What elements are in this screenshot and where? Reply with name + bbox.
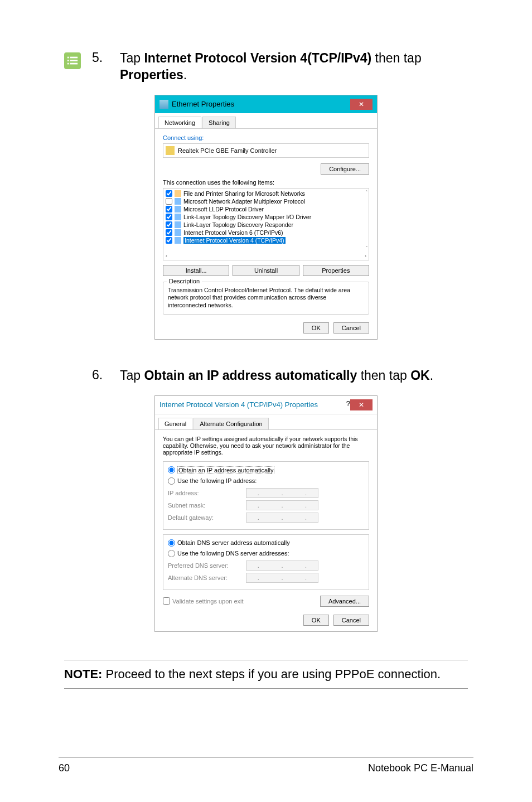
svg-rect-5 [70, 63, 78, 65]
list-item[interactable]: Link-Layer Topology Discovery Responder [165, 221, 367, 229]
svg-rect-1 [70, 57, 78, 59]
step5-mid: then tap [371, 51, 422, 65]
chevron-left-icon: ‹ [166, 253, 167, 259]
note-section: NOTE: Proceed to the next steps if you a… [64, 660, 468, 689]
adapter-icon [166, 146, 175, 155]
list-item-selected[interactable]: Internet Protocol Version 4 (TCP/IPv4) [165, 236, 367, 244]
list-item[interactable]: Link-Layer Topology Discovery Mapper I/O… [165, 213, 367, 221]
obtain-ip-label: Obtain an IP address automatically [177, 466, 274, 474]
conn-uses-label: This connection uses the following items… [163, 179, 369, 186]
item-checkbox[interactable] [166, 214, 172, 220]
help-button[interactable]: ? [346, 399, 350, 410]
item-label: Link-Layer Topology Discovery Responder [183, 221, 293, 228]
dialog2-title: Internet Protocol Version 4 (TCP/IPv4) P… [159, 400, 318, 409]
dialog2-titlebar: Internet Protocol Version 4 (TCP/IPv4) P… [155, 396, 377, 414]
item-label: Internet Protocol Version 6 (TCP/IPv6) [183, 229, 283, 236]
step6-bold1: Obtain an IP address automatically [144, 368, 357, 383]
list-item[interactable]: Internet Protocol Version 6 (TCP/IPv6) [165, 229, 367, 236]
list-item[interactable]: Microsoft LLDP Protocol Driver [165, 205, 367, 213]
item-checkbox[interactable] [166, 221, 172, 228]
dialog1-titlebar: Ethernet Properties ✕ [155, 95, 377, 113]
tab-general[interactable]: General [158, 418, 192, 429]
pref-dns-row: Preferred DNS server: ... [168, 561, 364, 571]
validate-checkbox[interactable] [163, 597, 170, 605]
close-button[interactable]: ✕ [350, 399, 373, 410]
ip-radio-group: Obtain an IP address automatically Use t… [163, 461, 369, 530]
dialog1-title: Ethernet Properties [172, 100, 234, 108]
obtain-dns-label: Obtain DNS server address automatically [177, 539, 290, 546]
item-checkbox[interactable] [166, 198, 172, 205]
cancel-button[interactable]: Cancel [333, 322, 369, 334]
list-item[interactable]: Microsoft Network Adapter Multiplexor Pr… [165, 197, 367, 205]
obtain-ip-radio[interactable] [168, 466, 175, 474]
svg-rect-2 [67, 60, 69, 61]
item-label: File and Printer Sharing for Microsoft N… [183, 190, 305, 197]
note-label: NOTE: [64, 667, 102, 681]
obtain-ip-radio-row[interactable]: Obtain an IP address automatically [168, 466, 364, 474]
close-icon: ✕ [359, 100, 364, 108]
info-text: You can get IP settings assigned automat… [163, 436, 369, 456]
pref-dns-input: ... [246, 561, 318, 571]
description-group: Description Transmission Control Protoco… [163, 282, 369, 315]
subnet-input: ... [246, 500, 318, 510]
item-checkbox[interactable] [166, 206, 172, 212]
uninstall-button[interactable]: Uninstall [233, 265, 299, 276]
list-item[interactable]: File and Printer Sharing for Microsoft N… [165, 190, 367, 197]
tab-sharing[interactable]: Sharing [202, 117, 236, 128]
tab-alternate[interactable]: Alternate Configuration [194, 418, 269, 429]
item-checkbox[interactable] [166, 229, 172, 236]
v-scroll-arrows[interactable]: ˆˇ [366, 190, 367, 251]
gateway-row: Default gateway: ... [168, 513, 364, 523]
ok-button[interactable]: OK [303, 615, 329, 626]
items-list[interactable]: File and Printer Sharing for Microsoft N… [163, 188, 369, 260]
device-box: Realtek PCIe GBE Family Controller [163, 143, 369, 158]
use-ip-radio-row[interactable]: Use the following IP address: [168, 477, 364, 485]
connect-using-label: Connect using: [163, 134, 369, 141]
step6-bold2: OK [410, 368, 430, 383]
ok-button[interactable]: OK [303, 322, 329, 334]
step-6-text: Tap Obtain an IP address automatically t… [120, 368, 433, 384]
cancel-button[interactable]: Cancel [333, 615, 369, 626]
obtain-dns-radio-row[interactable]: Obtain DNS server address automatically [168, 539, 364, 547]
step6-suffix: . [430, 368, 433, 383]
note-text: Proceed to the next steps if you are usi… [102, 667, 441, 681]
step-5-row: 5. Tap Internet Protocol Version 4(TCP/I… [64, 50, 468, 84]
page-number: 60 [59, 762, 70, 774]
use-dns-label: Use the following DNS server addresses: [177, 550, 289, 557]
obtain-dns-radio[interactable] [168, 539, 175, 547]
share-icon [175, 190, 181, 197]
dns-radio-group: Obtain DNS server address automatically … [163, 534, 369, 590]
manual-title: Notebook PC E-Manual [368, 762, 473, 774]
step6-mid: then tap [357, 368, 410, 383]
svg-rect-0 [67, 57, 69, 59]
use-dns-radio-row[interactable]: Use the following DNS server addresses: [168, 550, 364, 557]
alt-dns-input: ... [246, 573, 318, 583]
item-label: Microsoft Network Adapter Multiplexor Pr… [183, 198, 305, 205]
page-footer: 60 Notebook PC E-Manual [59, 757, 473, 774]
ip-address-row: IP address: ... [168, 488, 364, 498]
gateway-label: Default gateway: [168, 514, 246, 521]
install-button[interactable]: Install... [163, 265, 229, 276]
use-dns-radio[interactable] [168, 550, 175, 557]
help-icon: ? [346, 399, 350, 408]
protocol-icon [175, 229, 181, 236]
step-6-row: 6. Tap Obtain an IP address automaticall… [92, 368, 468, 384]
ethernet-properties-dialog: Ethernet Properties ✕ Networking Sharing… [154, 95, 378, 340]
item-checkbox[interactable] [166, 237, 172, 244]
protocol-icon [175, 198, 181, 205]
tab-networking[interactable]: Networking [158, 117, 201, 128]
svg-rect-3 [70, 60, 78, 61]
use-ip-radio[interactable] [168, 477, 175, 485]
item-checkbox[interactable] [166, 190, 172, 197]
step5-prefix: Tap [120, 51, 144, 65]
advanced-button[interactable]: Advanced... [320, 596, 369, 607]
item-label: Internet Protocol Version 4 (TCP/IPv4) [183, 237, 286, 244]
properties-button[interactable]: Properties [303, 265, 369, 276]
h-scroll[interactable]: ‹› [163, 252, 369, 260]
chevron-up-icon: ˆ [366, 190, 367, 195]
close-button[interactable]: ✕ [350, 99, 373, 110]
gateway-input: ... [246, 513, 318, 523]
ip-address-label: IP address: [168, 490, 246, 496]
configure-button[interactable]: Configure... [321, 163, 369, 175]
validate-row[interactable]: Validate settings upon exit [163, 597, 244, 605]
